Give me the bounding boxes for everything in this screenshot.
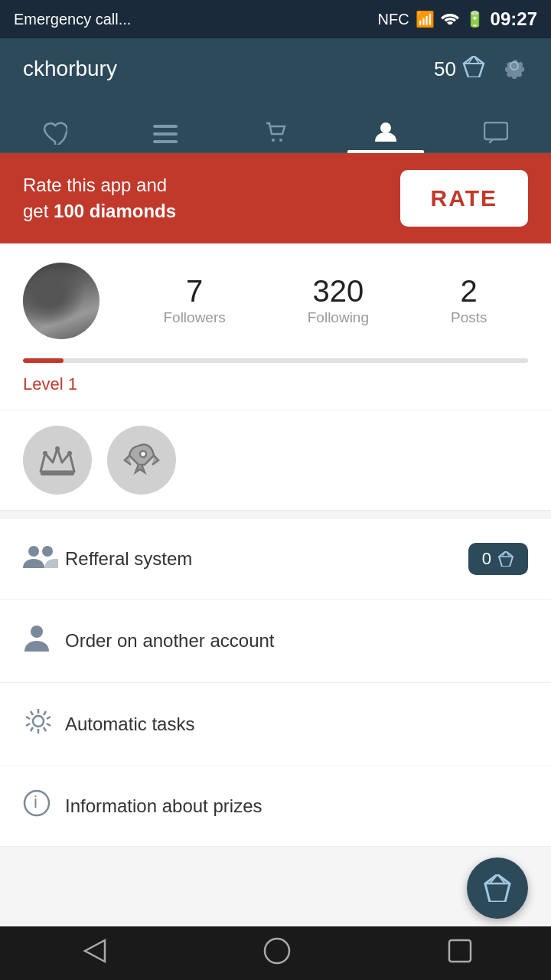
svg-rect-43 (449, 940, 471, 962)
svg-rect-4 (153, 125, 178, 128)
svg-rect-12 (41, 472, 74, 475)
referral-badge: 0 (468, 543, 528, 575)
referral-badge-count: 0 (482, 549, 491, 569)
svg-point-17 (28, 546, 39, 557)
status-icons: NFC 📶 🔋 09:27 (378, 8, 538, 30)
svg-point-8 (279, 139, 282, 142)
posts-stat[interactable]: 2 Posts (451, 276, 487, 326)
username-label: ckhorbury (23, 57, 117, 81)
level-section: Level 1 (0, 363, 551, 410)
level-text: Level 1 (23, 374, 77, 394)
svg-line-32 (26, 717, 30, 719)
menu-item-prizes[interactable]: i Information about prizes (0, 766, 551, 847)
settings-icon[interactable] (500, 52, 528, 86)
profile-section: 7 Followers 320 Following 2 Posts (0, 243, 551, 351)
wifi-icon (441, 11, 459, 28)
avatar (23, 263, 99, 339)
tab-list[interactable] (110, 123, 220, 152)
auto-tasks-icon (23, 706, 65, 743)
prizes-label: Information about prizes (65, 795, 528, 817)
rate-banner-text: Rate this app and get 100 diamonds (23, 172, 385, 224)
menu-item-order[interactable]: Order on another account (0, 599, 551, 683)
followers-stat[interactable]: 7 Followers (163, 276, 225, 326)
followers-count: 7 (186, 276, 203, 306)
diamonds-count: 50 (434, 57, 456, 81)
rate-button[interactable]: RATE (400, 170, 528, 227)
progress-bar-container (0, 351, 551, 363)
posts-count: 2 (461, 276, 478, 306)
menu-section: Refferal system 0 Order on another accou… (0, 519, 551, 847)
svg-point-7 (272, 139, 275, 142)
svg-line-26 (47, 717, 51, 719)
order-icon (23, 622, 65, 659)
header: ckhorbury 50 (0, 38, 551, 100)
fab-button[interactable] (467, 858, 528, 919)
svg-point-34 (33, 716, 44, 727)
badge-rocket (107, 426, 176, 495)
rate-banner: Rate this app and get 100 diamonds RATE (0, 153, 551, 243)
svg-marker-0 (464, 56, 484, 77)
badges-section (0, 410, 551, 511)
svg-point-23 (31, 626, 43, 638)
svg-marker-19 (499, 551, 513, 567)
svg-point-16 (140, 451, 146, 457)
referral-icon (23, 542, 65, 576)
menu-item-auto-tasks[interactable]: Automatic tasks (0, 683, 551, 766)
svg-line-30 (31, 727, 33, 731)
svg-point-15 (67, 451, 72, 456)
svg-point-42 (265, 939, 289, 963)
referral-label: Refferal system (65, 548, 468, 570)
profile-row: 7 Followers 320 Following 2 Posts (23, 263, 528, 339)
signal-icon: 📶 (416, 10, 435, 28)
tab-cart[interactable] (220, 120, 331, 152)
svg-text:i: i (34, 792, 37, 812)
tab-messages[interactable] (441, 122, 551, 152)
bottom-nav (0, 926, 551, 980)
status-bar: Emergency call... NFC 📶 🔋 09:27 (0, 0, 551, 38)
posts-label: Posts (451, 309, 487, 326)
svg-rect-6 (153, 140, 178, 143)
svg-line-27 (47, 724, 51, 726)
svg-rect-10 (484, 122, 507, 139)
svg-point-18 (42, 546, 53, 557)
auto-tasks-label: Automatic tasks (65, 714, 528, 735)
diamonds-display: 50 (434, 56, 485, 83)
following-label: Following (308, 309, 369, 326)
recent-button[interactable] (446, 937, 474, 970)
back-button[interactable] (77, 937, 108, 970)
header-actions: 50 (434, 52, 528, 86)
menu-item-referral[interactable]: Refferal system 0 (0, 519, 551, 599)
diamond-icon (462, 56, 485, 83)
svg-point-14 (43, 451, 47, 456)
svg-marker-37 (485, 874, 510, 902)
tab-favorites[interactable] (0, 120, 110, 152)
tab-profile[interactable] (331, 120, 441, 152)
time-display: 09:27 (491, 8, 537, 30)
svg-line-33 (31, 711, 33, 715)
svg-line-25 (44, 711, 46, 715)
svg-point-13 (55, 446, 60, 451)
svg-line-28 (44, 727, 46, 731)
nfc-icon: NFC (378, 11, 409, 28)
carrier-text: Emergency call... (14, 11, 131, 28)
badge-crown (23, 426, 92, 495)
svg-point-9 (380, 122, 391, 133)
nav-tabs (0, 100, 551, 153)
battery-icon: 🔋 (465, 10, 484, 28)
svg-marker-41 (85, 940, 105, 962)
following-stat[interactable]: 320 Following (308, 276, 369, 326)
stats-row: 7 Followers 320 Following 2 Posts (122, 276, 528, 326)
svg-line-31 (26, 724, 30, 726)
followers-label: Followers (163, 309, 225, 326)
order-label: Order on another account (65, 630, 528, 652)
following-count: 320 (312, 276, 364, 306)
home-button[interactable] (263, 937, 291, 970)
prizes-icon: i (23, 789, 65, 823)
svg-rect-5 (153, 132, 178, 136)
